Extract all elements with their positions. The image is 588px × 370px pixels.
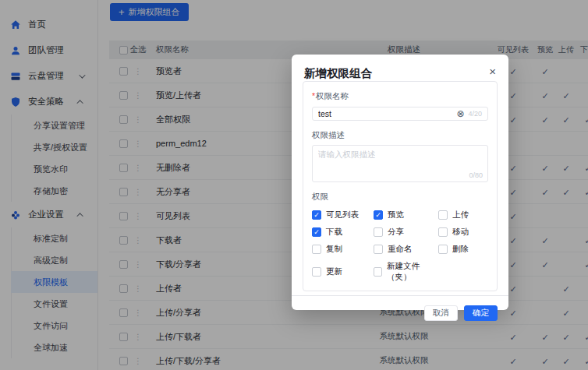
modal-footer: 取消 确定 [292,295,508,321]
desc-textarea[interactable] [318,150,482,171]
perm-checkbox-unchecked[interactable]: 移动 [438,227,488,238]
checkbox-icon[interactable]: ✓ [312,227,321,237]
perm-checkbox-unchecked[interactable]: 上传 [438,210,488,220]
desc-field-label: 权限描述 [312,130,488,141]
perm-checkbox-label: 下载 [326,227,342,238]
perm-checkbox-unchecked[interactable]: 删除 [438,244,488,255]
perm-checkbox-label: 分享 [388,227,404,238]
name-counter: 4/20 [468,110,482,118]
checkbox-icon[interactable]: ✓ [374,210,383,220]
perm-checkbox-label: 可见列表 [326,210,359,220]
checkbox-icon[interactable] [312,245,321,254]
page: 首页团队管理云盘管理安全策略分享设置管理共享/授权设置预览水印存储加密企业设置标… [0,0,588,370]
name-input[interactable] [318,109,452,118]
modal-title: 新增权限组合 [304,66,372,81]
perm-checkbox-label: 删除 [452,244,469,255]
desc-counter: 0/80 [469,171,483,179]
clear-input-icon[interactable]: ⊗ [456,109,464,118]
close-icon[interactable]: × [489,66,496,77]
perm-checkbox-grid: ✓可见列表✓预览上传✓下载分享移动复制重命名删除更新新建文件（夹） [312,210,488,283]
perms-label: 权限 [312,192,488,203]
checkbox-icon[interactable] [374,267,382,277]
checkbox-icon[interactable] [438,245,448,254]
modal-header: 新增权限组合 × [292,55,508,81]
confirm-button[interactable]: 确定 [464,305,498,321]
perm-checkbox-label: 更新 [326,266,342,277]
desc-textarea-wrap: 0/80 [312,145,488,182]
cancel-button[interactable]: 取消 [424,305,458,321]
checkbox-icon[interactable] [312,267,321,277]
perm-checkbox-unchecked[interactable]: 分享 [374,227,438,238]
checkbox-icon[interactable] [438,227,448,237]
perm-checkbox-checked[interactable]: ✓可见列表 [312,210,374,220]
perm-checkbox-label: 预览 [388,210,404,220]
checkbox-icon[interactable]: ✓ [312,210,321,220]
perm-checkbox-label: 上传 [452,210,469,220]
checkbox-icon[interactable] [374,245,383,254]
checkbox-icon[interactable] [374,227,383,237]
perm-checkbox-label: 新建文件（夹） [387,261,438,283]
modal-form: *权限名称 ⊗ 4/20 权限描述 0/80 权限 ✓可见列表✓预览上传✓下载分… [303,81,498,291]
perm-checkbox-unchecked[interactable]: 更新 [312,261,374,283]
perm-checkbox-unchecked[interactable]: 重命名 [374,244,438,255]
perm-checkbox-label: 重命名 [388,244,413,255]
perm-checkbox-label: 复制 [326,244,342,255]
perm-checkbox-checked[interactable]: ✓下载 [312,227,374,238]
required-mark: * [312,91,315,100]
name-field-label: *权限名称 [312,91,488,102]
perm-checkbox-unchecked[interactable]: 新建文件（夹） [374,261,438,283]
name-input-wrap: ⊗ 4/20 [312,107,488,121]
checkbox-icon[interactable] [438,210,448,220]
perm-checkbox-unchecked[interactable]: 复制 [312,244,374,255]
add-permission-modal: 新增权限组合 × *权限名称 ⊗ 4/20 权限描述 0/80 权限 ✓可见列表… [292,55,508,310]
perm-checkbox-label: 移动 [452,227,469,238]
perm-checkbox-checked[interactable]: ✓预览 [374,210,438,220]
